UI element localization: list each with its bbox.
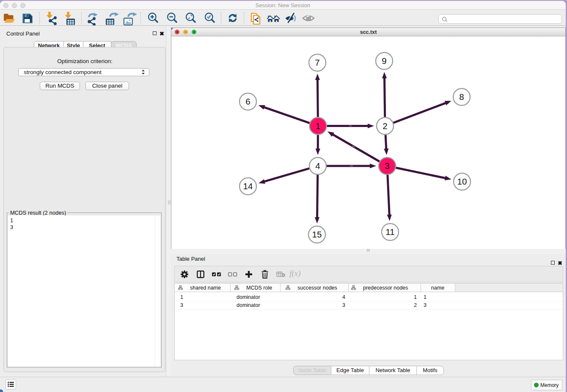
- svg-text:1: 1: [316, 121, 320, 131]
- svg-text:6: 6: [245, 97, 250, 106]
- svg-text:10: 10: [457, 177, 467, 186]
- svg-text:9: 9: [382, 56, 386, 66]
- svg-text:2: 2: [383, 121, 387, 131]
- svg-text:8: 8: [459, 92, 464, 102]
- svg-text:14: 14: [243, 181, 253, 191]
- svg-text:3: 3: [385, 161, 389, 171]
- svg-text:11: 11: [385, 227, 394, 237]
- svg-text:15: 15: [312, 229, 322, 239]
- svg-text:4: 4: [315, 161, 320, 171]
- svg-text:7: 7: [315, 58, 319, 67]
